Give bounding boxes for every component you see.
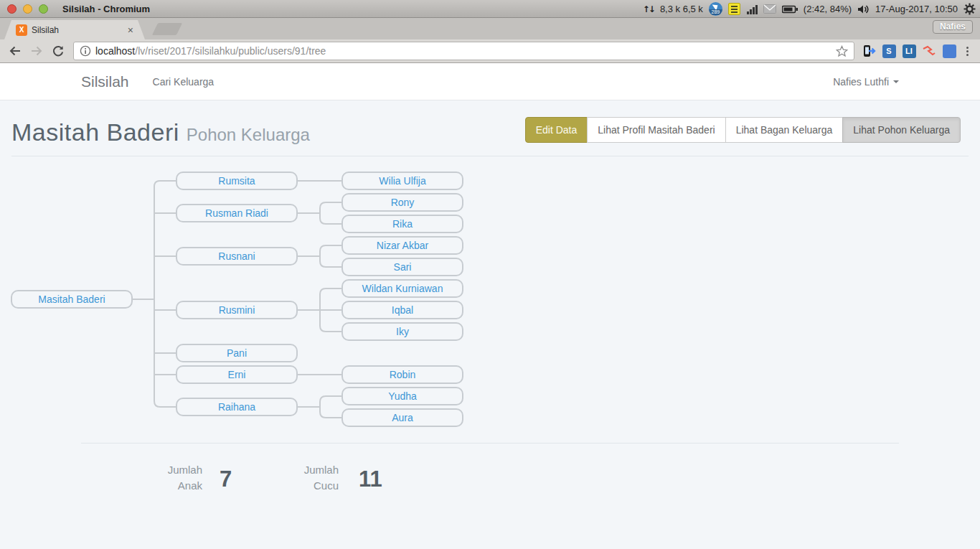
window-titlebar: Silsilah - Chromium ↑↓ 8,3 k 6,5 k 289 (…: [0, 0, 980, 18]
indicator-badge-icon[interactable]: 289: [709, 2, 722, 16]
extension-phone-icon[interactable]: [860, 42, 877, 60]
network-updown-icon[interactable]: ↑↓: [643, 4, 654, 14]
tree-node-wilia-ulfija[interactable]: Wilia Ulfija: [341, 172, 463, 190]
lihat-profil-button[interactable]: Lihat Profil Masitah Baderi: [587, 117, 725, 143]
tree-node-iky[interactable]: Iky: [341, 322, 463, 341]
xampp-favicon-icon: X: [16, 24, 27, 36]
address-bar[interactable]: localhost/lv/riset/2017/silsilahku/publi…: [73, 42, 854, 60]
notes-indicator-icon[interactable]: [728, 3, 740, 15]
tree-node-sari[interactable]: Sari: [341, 258, 463, 276]
mail-icon[interactable]: [763, 4, 776, 14]
reload-button[interactable]: [49, 42, 67, 60]
main-content: Masitah BaderiPohon Keluarga Edit Data L…: [0, 100, 980, 549]
tree-node-rusnani[interactable]: Rusnani: [176, 247, 298, 266]
battery-text: (2:42, 84%): [804, 4, 852, 14]
url-path: /lv/riset/2017/silsilahku/public/users/9…: [135, 45, 831, 57]
tree-node-iqbal[interactable]: Iqbal: [341, 301, 463, 319]
family-tree: Wilia UlfijaRumsitaRonyRikaRusman RiadiN…: [0, 100, 502, 549]
extension-laravel-icon[interactable]: [920, 42, 938, 60]
stat-cucu-label: JumlahCucu: [267, 462, 339, 494]
bookmark-star-icon[interactable]: [836, 45, 848, 57]
tree-node-aura[interactable]: Aura: [341, 408, 463, 427]
system-tray: ↑↓ 8,3 k 6,5 k 289 (2:42, 84%) 17-Aug-20…: [643, 0, 976, 18]
user-dropdown[interactable]: Nafies Luthfi: [833, 76, 899, 88]
stat-anak-label: JumlahAnak: [131, 462, 202, 494]
window-minimize-button[interactable]: [23, 4, 32, 14]
edit-data-button[interactable]: Edit Data: [525, 117, 588, 143]
tree-node-wildan-kurniawan[interactable]: Wildan Kurniawan: [341, 279, 463, 298]
browser-tab[interactable]: X Silsilah ×: [4, 20, 145, 39]
lihat-pohon-button[interactable]: Lihat Pohon Keluarga: [842, 117, 961, 143]
tree-node-erni[interactable]: Erni: [176, 365, 298, 384]
app-brand[interactable]: Silsilah: [81, 73, 129, 90]
browser-menu-icon[interactable]: [961, 47, 974, 56]
tree-node-pani[interactable]: Pani: [176, 344, 298, 362]
lihat-bagan-button[interactable]: Lihat Bagan Keluarga: [725, 117, 844, 143]
tree-node-yudha[interactable]: Yudha: [341, 387, 463, 405]
tree-node-rusmini[interactable]: Rusmini: [176, 301, 298, 319]
new-tab-button[interactable]: [152, 23, 182, 35]
nav-link-cari-keluarga[interactable]: Cari Keluarga: [153, 76, 215, 88]
back-button[interactable]: [6, 42, 24, 60]
extension-s-icon[interactable]: S: [880, 42, 897, 60]
page-info-icon[interactable]: [80, 45, 91, 57]
tab-title: Silsilah: [32, 25, 123, 35]
session-name-badge: Nafies: [933, 20, 973, 34]
signal-bars-icon[interactable]: [746, 4, 758, 15]
tree-node-rumsita[interactable]: Rumsita: [176, 172, 298, 190]
chevron-down-icon: [893, 80, 899, 83]
app-navbar: Silsilah Cari Keluarga Nafies Luthfi: [0, 63, 980, 100]
window-close-button[interactable]: [7, 4, 17, 14]
tree-node-raihana[interactable]: Raihana: [176, 398, 298, 416]
clock-text: 17-Aug-2017, 10:50: [875, 4, 958, 14]
tree-node-nizar-akbar[interactable]: Nizar Akbar: [341, 236, 463, 255]
browser-toolbar: localhost/lv/riset/2017/silsilahku/publi…: [0, 39, 980, 63]
volume-icon[interactable]: [857, 4, 870, 14]
battery-icon[interactable]: [782, 5, 798, 14]
tree-node-rika[interactable]: Rika: [341, 215, 463, 233]
gear-icon[interactable]: [963, 3, 976, 15]
action-button-group: Edit Data Lihat Profil Masitah Baderi Li…: [525, 117, 961, 143]
window-maximize-button[interactable]: [39, 4, 48, 14]
url-host: localhost: [95, 45, 135, 57]
browser-tab-strip: X Silsilah ×: [0, 18, 980, 39]
stat-cucu-value: 11: [359, 466, 382, 492]
stat-anak-value: 7: [220, 466, 232, 492]
tree-node-rony[interactable]: Rony: [341, 193, 463, 212]
stats-divider: [81, 443, 899, 444]
network-speed-text: 8,3 k 6,5 k: [660, 4, 703, 14]
tree-node-masitah-baderi[interactable]: Masitah Baderi: [11, 290, 133, 309]
tab-close-icon[interactable]: ×: [128, 25, 133, 35]
tree-node-rusman-riadi[interactable]: Rusman Riadi: [176, 204, 298, 222]
tree-node-robin[interactable]: Robin: [341, 365, 463, 384]
extension-li-icon[interactable]: LI: [900, 42, 918, 60]
extension-blue-icon[interactable]: [941, 42, 958, 60]
window-title: Silsilah - Chromium: [62, 4, 150, 14]
forward-button[interactable]: [27, 42, 46, 60]
